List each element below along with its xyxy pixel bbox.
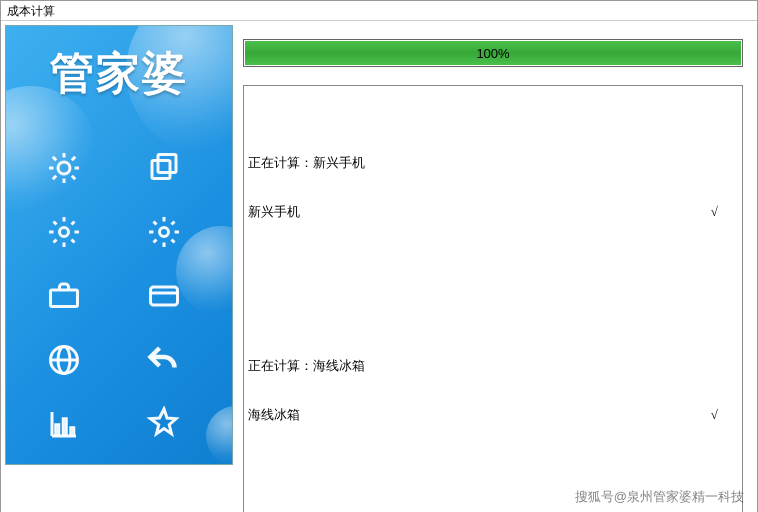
svg-line-7 [53,176,56,179]
log-line: 新兴手机 √ [248,204,736,220]
svg-point-11 [60,228,69,237]
briefcase-icon [42,274,86,318]
log-line: 正在计算：新兴手机 [248,155,736,171]
app-logo-text: 管家婆 [6,44,232,103]
gear-icon [142,210,186,254]
progress-fill: 100% [245,41,741,65]
window-title: 成本计算 [1,1,757,21]
svg-rect-22 [63,418,68,436]
svg-point-12 [160,228,169,237]
stack-icon [142,146,186,190]
log-line: 正在计算：海线冰箱 [248,358,736,374]
svg-line-5 [53,157,56,160]
svg-rect-14 [151,287,178,305]
svg-rect-9 [158,155,176,173]
svg-rect-13 [51,290,78,307]
log-entry: 正在计算：新兴手机 新兴手机 √ [248,123,736,253]
sun-icon [42,146,86,190]
check-icon: √ [711,407,736,423]
gear-icon [42,210,86,254]
svg-rect-23 [70,427,75,436]
sidebar-branding: 管家婆 [5,25,233,465]
calc-log[interactable]: 正在计算：新兴手机 新兴手机 √ 正在计算：海线冰箱 海线冰箱 √ 成本计算完成… [243,85,743,512]
check-icon: √ [711,204,736,220]
sidebar-icon-grid [42,146,202,465]
svg-rect-10 [152,161,170,179]
progress-label: 100% [476,46,509,61]
wallet-icon [142,274,186,318]
undo-icon [142,338,186,382]
svg-line-6 [72,176,75,179]
star-icon [142,402,186,446]
decor-bubble [206,406,233,465]
svg-line-8 [72,157,75,160]
main-panel: 100% 正在计算：新兴手机 新兴手机 √ 正在计算：海线冰箱 海线冰箱 √ [239,25,753,512]
window-body: 管家婆 100% [1,21,757,512]
bar-chart-icon [42,402,86,446]
svg-point-0 [58,162,70,174]
svg-rect-21 [55,424,60,436]
log-entry: 正在计算：海线冰箱 海线冰箱 √ [248,326,736,456]
cost-calc-window: 成本计算 管家婆 [0,0,758,512]
log-line: 海线冰箱 √ [248,407,736,423]
progress-bar: 100% [243,39,743,67]
globe-icon [42,338,86,382]
